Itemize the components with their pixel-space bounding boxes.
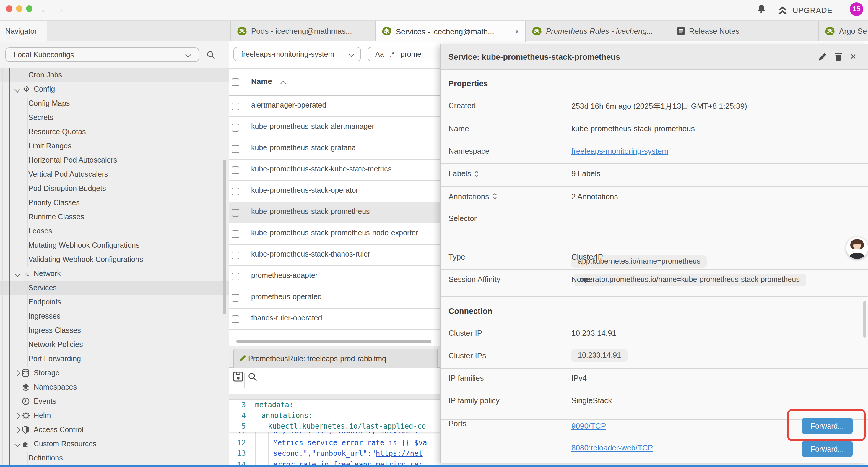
code-link[interactable]: https://net [376, 449, 423, 458]
sidebar-item-custom-resources[interactable]: Custom Resources [0, 437, 229, 451]
panel-scrollbar[interactable] [863, 301, 866, 338]
sidebar-item-definitions[interactable]: Definitions [0, 451, 229, 465]
kubeconfig-selector[interactable]: Local Kubeconfigs [5, 47, 199, 62]
row-checkbox[interactable] [231, 315, 239, 323]
sidebar-item-priority-classes[interactable]: Priority Classes [0, 196, 229, 210]
upgrade-button[interactable]: UPGRADE [778, 0, 833, 20]
table-row[interactable]: kube-prometheus-stack-kube-state-metrics [229, 159, 440, 181]
sidebar-item-runtime-classes[interactable]: Runtime Classes [0, 210, 229, 224]
search-icon[interactable] [206, 50, 216, 60]
tab-prometheus-rules[interactable]: Prometheus Rules - icecheng... [526, 21, 671, 41]
select-all-checkbox[interactable] [231, 78, 239, 86]
tab-argo[interactable]: Argo Se [819, 21, 868, 41]
table-row-selected[interactable]: kube-prometheus-stack-prometheus [229, 202, 440, 224]
row-checkbox[interactable] [231, 251, 239, 259]
editor-tab-prometheusrule[interactable]: PrometheusRule: freeleaps-prod-rabbitmq [234, 349, 438, 368]
namespace-link[interactable]: freeleaps-monitoring-system [571, 147, 668, 155]
sidebar-item-mutating-webhook-configurations[interactable]: Mutating Webhook Configurations [0, 238, 229, 253]
code-line[interactable]: 12Metrics service error rate is {{ $va [229, 437, 440, 448]
sidebar-item-storage[interactable]: Storage [0, 366, 229, 380]
regex-toggle[interactable]: .* [390, 50, 395, 58]
row-checkbox[interactable] [231, 102, 239, 110]
table-row[interactable]: alertmanager-operated [229, 96, 440, 117]
shield-icon [22, 426, 31, 434]
port-link[interactable]: 8080:reloader-web/TCP [571, 443, 653, 452]
row-checkbox[interactable] [231, 166, 239, 174]
table-row[interactable]: kube-prometheus-stack-thanos-ruler [229, 245, 440, 266]
sidebar-item-services[interactable]: Services [0, 281, 229, 295]
match-case-toggle[interactable]: Aa [375, 50, 384, 58]
close-icon[interactable]: × [850, 50, 856, 64]
sidebar-item-events[interactable]: Events [0, 394, 229, 408]
row-checkbox[interactable] [231, 272, 239, 280]
search-icon[interactable] [248, 372, 258, 382]
sidebar-item-secrets[interactable]: Secrets [0, 111, 229, 125]
notification-badge[interactable]: 15 [850, 2, 863, 16]
avatar[interactable] [846, 237, 868, 259]
sidebar-item-vertical-pod-autoscalers[interactable]: Vertical Pod Autoscalers [0, 167, 229, 181]
code-line[interactable]: 3metadata: [229, 400, 440, 410]
sidebar-item-helm[interactable]: Helm [0, 408, 229, 423]
sidebar-item-limit-ranges[interactable]: Limit Ranges [0, 139, 229, 153]
row-checkbox[interactable] [231, 230, 239, 238]
sidebar-item-port-forwarding[interactable]: Port Forwarding [0, 352, 229, 366]
sort-ascending-icon[interactable] [280, 81, 286, 87]
code-line[interactable]: 4annotations: [229, 410, 440, 421]
traffic-light-minimize[interactable] [16, 5, 23, 12]
code-line-partial[interactable]: 110","for":"1m","labels":{"service": [229, 432, 440, 436]
sidebar-item-endpoints[interactable]: Endpoints [0, 295, 229, 309]
sidebar-item-namespaces[interactable]: Namespaces [0, 380, 229, 394]
row-checkbox[interactable] [231, 187, 239, 195]
code-line[interactable]: 13second.","runbook_url":"https://net [229, 448, 440, 459]
sidebar-item-horizontal-pod-autoscalers[interactable]: Horizontal Pod Autoscalers [0, 153, 229, 167]
sidebar-item-access-control[interactable]: Access Control [0, 423, 229, 437]
sidebar-item-ingresses[interactable]: Ingresses [0, 309, 229, 323]
trash-icon[interactable] [834, 52, 843, 61]
table-row[interactable]: prometheus-adapter [229, 266, 440, 287]
back-button[interactable]: ← [40, 3, 50, 16]
table-row[interactable]: kube-prometheus-stack-operator [229, 181, 440, 202]
table-row[interactable]: prometheus-operated [229, 287, 440, 309]
sidebar-item-validating-webhook-configurations[interactable]: Validating Webhook Configurations [0, 253, 229, 267]
code-line[interactable]: 5kubectl.kubernetes.io/last-applied-co [229, 421, 440, 432]
sidebar-item-network[interactable]: ↑↓Network [0, 267, 229, 281]
table-row[interactable]: kube-prometheus-stack-prometheus-node-ex… [229, 224, 440, 245]
sidebar-item-network-policies[interactable]: Network Policies [0, 338, 229, 352]
traffic-light-zoom[interactable] [26, 5, 32, 12]
save-icon[interactable] [233, 371, 243, 382]
expand-updown-icon[interactable] [492, 193, 497, 200]
forward-button[interactable]: Forward... [802, 441, 852, 457]
sidebar-item-resource-quotas[interactable]: Resource Quotas [0, 125, 229, 139]
row-checkbox[interactable] [231, 145, 239, 152]
sidebar-item-pod-disruption-budgets[interactable]: Pod Disruption Budgets [0, 181, 229, 196]
navigator-panel-tab[interactable]: Navigator [0, 21, 47, 42]
sidebar-item-ingress-classes[interactable]: Ingress Classes [0, 323, 229, 338]
namespace-selector[interactable]: freeleaps-monitoring-system [234, 47, 361, 61]
sidebar-scrollbar[interactable] [223, 159, 226, 315]
traffic-light-close[interactable] [6, 5, 12, 12]
code-line[interactable]: 14error rate in freeleaps metrics ser [229, 459, 440, 465]
tab-release-notes[interactable]: Release Notes [671, 21, 819, 41]
tab-pods[interactable]: Pods - icecheng@mathmas... [230, 21, 376, 41]
table-row[interactable]: kube-prometheus-stack-grafana [229, 138, 440, 159]
sidebar-item-config-maps[interactable]: Config Maps [0, 96, 229, 111]
expand-updown-icon[interactable] [474, 170, 479, 177]
table-row[interactable]: thanos-ruler-operated [229, 309, 440, 330]
row-checkbox[interactable] [231, 123, 239, 131]
tab-services[interactable]: Services - icecheng@math... × [376, 21, 526, 42]
port-link[interactable]: 9090/TCP [571, 421, 606, 430]
row-checkbox[interactable] [231, 209, 239, 216]
sidebar-item-cron-jobs[interactable]: Cron Jobs [0, 68, 229, 82]
close-tab-icon[interactable]: × [511, 27, 519, 36]
bell-icon[interactable] [757, 4, 766, 14]
column-header-name[interactable]: Name [251, 77, 272, 86]
sidebar-item-config[interactable]: ⚙Config [0, 82, 229, 96]
row-checkbox[interactable] [231, 294, 239, 301]
sidebar-item-leases[interactable]: Leases [0, 224, 229, 238]
filter-search-input[interactable]: Aa .* prome [368, 47, 440, 61]
table-row[interactable]: kube-prometheus-stack-alertmanager [229, 117, 440, 138]
horizontal-scrollbar[interactable] [236, 340, 431, 343]
edit-pencil-icon[interactable] [818, 52, 827, 61]
clock-icon [22, 397, 31, 406]
forward-button[interactable]: → [54, 3, 64, 16]
